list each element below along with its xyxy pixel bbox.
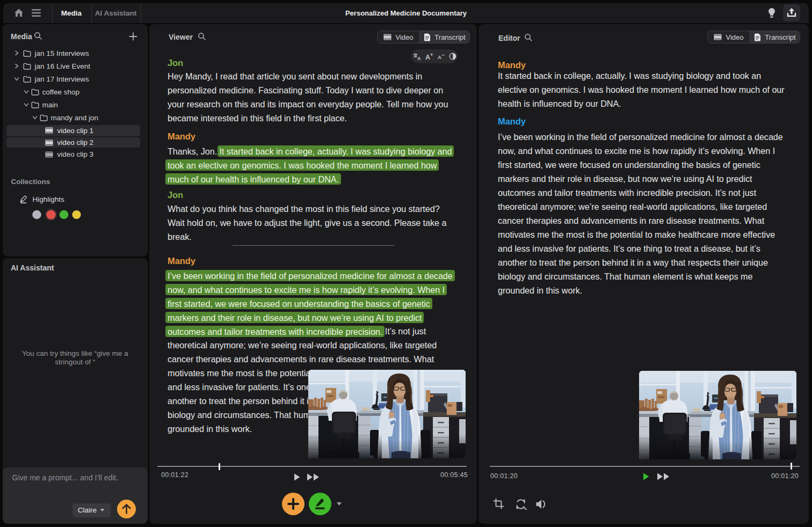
svg-text:A: A: [438, 54, 441, 60]
svg-text:A: A: [425, 54, 430, 61]
svg-text:A: A: [417, 55, 421, 60]
